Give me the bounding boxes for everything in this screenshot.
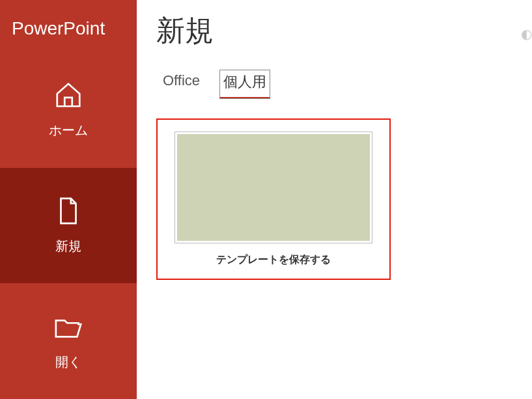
tab-office[interactable]: Office bbox=[160, 70, 203, 99]
sidebar-item-label: 開く bbox=[55, 353, 81, 371]
template-label: テンプレートを保存する bbox=[216, 253, 331, 267]
main-content: 新規 Office 個人用 テンプレートを保存する ◐ bbox=[137, 0, 532, 399]
page-title: 新規 bbox=[156, 12, 512, 50]
folder-open-icon bbox=[53, 312, 83, 344]
sidebar-item-label: ホーム bbox=[49, 122, 88, 139]
template-card[interactable]: テンプレートを保存する bbox=[169, 131, 378, 267]
file-icon bbox=[53, 196, 83, 228]
sidebar-item-new[interactable]: 新規 bbox=[0, 168, 137, 284]
home-icon bbox=[53, 80, 83, 113]
app-title: PowerPoint bbox=[0, 0, 137, 52]
sidebar-item-label: 新規 bbox=[55, 238, 81, 255]
sidebar-item-open[interactable]: 開く bbox=[0, 283, 137, 399]
tab-personal[interactable]: 個人用 bbox=[219, 70, 270, 99]
tabs: Office 個人用 bbox=[156, 70, 512, 99]
sidebar-item-home[interactable]: ホーム bbox=[0, 52, 137, 168]
template-highlight: テンプレートを保存する bbox=[156, 118, 391, 280]
template-thumbnail bbox=[175, 131, 372, 243]
help-icon[interactable]: ◐ bbox=[521, 26, 532, 42]
sidebar: PowerPoint ホーム 新規 開く bbox=[0, 0, 137, 399]
